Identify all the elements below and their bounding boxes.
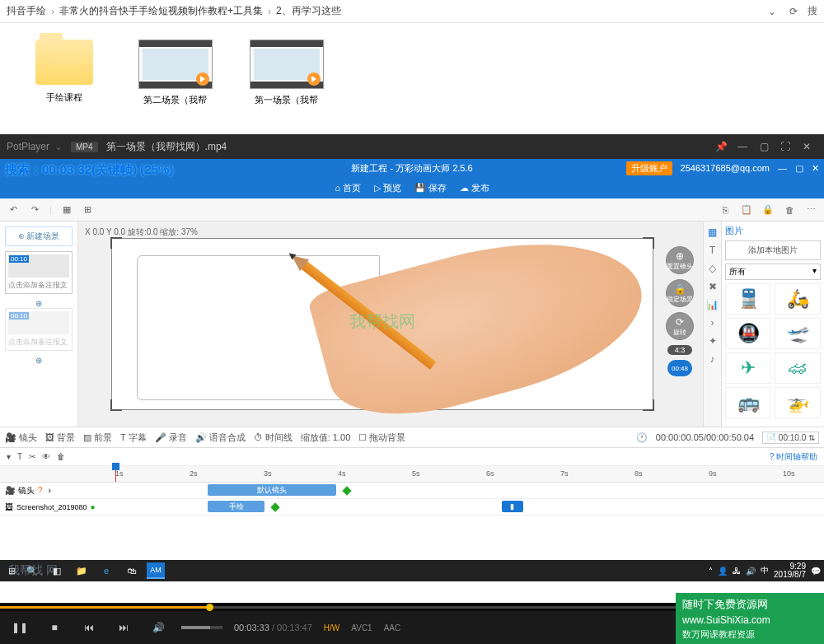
cut-icon[interactable]: ✂ bbox=[29, 452, 35, 461]
hw-decode-badge[interactable]: H/W bbox=[324, 623, 339, 632]
tray-volume-icon[interactable]: 🔊 bbox=[746, 567, 756, 576]
refresh-icon[interactable]: ⟳ bbox=[786, 4, 801, 19]
tab-timeline[interactable]: ⏱ 时间线 bbox=[254, 432, 293, 444]
arrow-icon[interactable]: › bbox=[711, 317, 714, 329]
store-icon[interactable]: 🛍 bbox=[122, 562, 140, 579]
chart-icon[interactable]: 📊 bbox=[706, 299, 719, 310]
reset-camera-button[interactable]: ⊕重置镜头 bbox=[666, 246, 694, 274]
timeline-help-link[interactable]: ? 时间轴帮助 bbox=[770, 451, 817, 463]
keyframe-icon[interactable] bbox=[270, 502, 279, 511]
tray-up-icon[interactable]: ˄ bbox=[709, 567, 713, 576]
settings-icon[interactable]: ✖ bbox=[709, 281, 717, 292]
tab-bg[interactable]: 🖼 背景 bbox=[45, 432, 75, 444]
crumb[interactable]: 抖音手绘 bbox=[7, 4, 46, 18]
close-icon[interactable]: ✕ bbox=[796, 139, 817, 154]
filter-icon[interactable]: ▾ bbox=[7, 452, 11, 461]
potplayer-titlebar[interactable]: PotPlayer ⌄ MP4 第一场景（我帮找网）.mp4 📌 — ▢ ⛶ ✕ bbox=[0, 134, 824, 159]
delete-icon[interactable]: 🗑 bbox=[57, 452, 65, 461]
search-hint[interactable]: 搜 bbox=[808, 4, 817, 18]
minimize-icon[interactable]: — bbox=[732, 139, 753, 154]
tray-notification-icon[interactable]: 💬 bbox=[811, 567, 821, 576]
account-label[interactable]: 2546317685@qq.com bbox=[681, 163, 770, 173]
clipart-train[interactable]: 🚆 bbox=[725, 283, 771, 315]
text-tool-icon[interactable]: T bbox=[709, 245, 715, 256]
fullscreen-icon[interactable]: ⛶ bbox=[775, 139, 796, 154]
clipart-scooter[interactable]: 🛵 bbox=[775, 283, 821, 315]
text-icon[interactable]: T bbox=[17, 452, 22, 461]
scene-caption[interactable]: 点击添加备注报文 bbox=[8, 280, 69, 291]
duration-input[interactable]: 📄 00:10.0 ⇅ bbox=[762, 432, 819, 444]
timeline-ruler[interactable]: 1s 2s 3s 4s 5s 6s 7s 8s 9s 10s bbox=[0, 466, 824, 483]
scene-item[interactable]: 00:10 点击添加备注报文 bbox=[5, 308, 73, 351]
drag-bg-toggle[interactable]: ☐ 拖动背景 bbox=[358, 432, 405, 444]
timeline-clip[interactable]: 默认镜头 bbox=[208, 484, 337, 496]
new-scene-button[interactable]: ⊕ 新建场景 bbox=[5, 226, 73, 246]
video-item[interactable]: 第一场景（我帮 bbox=[247, 40, 325, 126]
aspect-ratio[interactable]: 4:3 bbox=[667, 345, 692, 355]
chevron-down-icon[interactable]: ⌄ bbox=[54, 141, 63, 152]
clipart-plane[interactable]: 🛫 bbox=[775, 318, 821, 349]
tray-people-icon[interactable]: 👤 bbox=[718, 567, 728, 576]
app-icon[interactable]: AM bbox=[147, 562, 165, 579]
dropdown-icon[interactable]: ⌄ bbox=[765, 4, 780, 19]
effect-icon[interactable]: ✦ bbox=[709, 335, 717, 347]
rotate-button[interactable]: ⟳旋转 bbox=[666, 312, 694, 340]
maximize-icon[interactable]: ▢ bbox=[753, 139, 775, 154]
menu-save[interactable]: 💾 保存 bbox=[414, 182, 447, 194]
track-row[interactable]: 🖼Screenshot_2019080● 手绘 ▮ bbox=[0, 499, 824, 516]
add-icon[interactable]: ⊕ bbox=[5, 356, 73, 365]
menu-preview[interactable]: ▷ 预览 bbox=[374, 182, 401, 194]
shape-tool-icon[interactable]: ◇ bbox=[709, 263, 716, 274]
video-viewport[interactable]: 搜索：00:03:32(关键帧) (25%) 新建工程 - 万彩动画大师 2.5… bbox=[0, 159, 824, 603]
breadcrumb[interactable]: 抖音手绘 › 非常火的抖音快手手绘短视频制作教程+工具集 › 2、再学习这些 bbox=[7, 4, 765, 18]
clipart-jet[interactable]: ✈ bbox=[725, 352, 771, 384]
eye-icon[interactable]: 👁 bbox=[42, 452, 50, 461]
folder-item[interactable]: 手绘课程 bbox=[25, 40, 103, 126]
clipart-bus[interactable]: 🚌 bbox=[725, 387, 771, 418]
image-filter-select[interactable]: 所有▾ bbox=[725, 264, 821, 280]
scene-item[interactable]: 00:10 点击添加备注报文 bbox=[5, 251, 73, 294]
crumb[interactable]: 2、再学习这些 bbox=[276, 4, 341, 18]
redo-icon[interactable]: ↷ bbox=[28, 203, 41, 217]
undo-icon[interactable]: ↶ bbox=[7, 203, 20, 217]
explorer-icon[interactable]: 📁 bbox=[73, 562, 91, 579]
track-row[interactable]: 🎥镜头?› 默认镜头 bbox=[0, 483, 824, 499]
clipart-car[interactable]: 🏎 bbox=[775, 352, 821, 384]
video-item[interactable]: 第二场景（我帮 bbox=[136, 40, 214, 126]
prev-button[interactable]: ⏮ bbox=[77, 616, 101, 639]
paste-icon[interactable]: 📋 bbox=[740, 203, 753, 217]
minimize-icon[interactable]: — bbox=[778, 163, 787, 173]
keyframe-icon[interactable] bbox=[342, 486, 351, 495]
tray-clock[interactable]: 9:29 2019/8/7 bbox=[774, 562, 806, 579]
tab-camera[interactable]: 🎥 镜头 bbox=[5, 432, 37, 444]
add-local-image-button[interactable]: 添加本地图片 bbox=[725, 240, 821, 260]
lock-icon[interactable]: 🔒 bbox=[761, 203, 775, 217]
timeline-marker[interactable]: ▮ bbox=[502, 501, 523, 512]
delete-icon[interactable]: 🗑 bbox=[783, 203, 796, 217]
tab-record[interactable]: 🎤 录音 bbox=[155, 432, 187, 444]
pin-icon[interactable]: 📌 bbox=[710, 139, 732, 154]
volume-icon[interactable]: 🔊 bbox=[147, 616, 170, 639]
tray-network-icon[interactable]: 🖧 bbox=[733, 567, 741, 576]
pause-button[interactable]: ❚❚ bbox=[8, 616, 31, 639]
clipart-metro[interactable]: 🚇 bbox=[725, 318, 771, 349]
upgrade-badge[interactable]: 升级账户 bbox=[626, 161, 672, 175]
menu-home[interactable]: ⌂ 首页 bbox=[335, 182, 361, 194]
stop-button[interactable]: ■ bbox=[43, 616, 66, 639]
menu-publish[interactable]: ☁ 发布 bbox=[460, 182, 489, 194]
maximize-icon[interactable]: ▢ bbox=[795, 163, 803, 174]
audio-icon[interactable]: ♪ bbox=[710, 353, 715, 365]
add-icon[interactable]: ⊕ bbox=[5, 299, 73, 308]
scene-time-badge[interactable]: 00:48 bbox=[667, 360, 692, 376]
edge-icon[interactable]: e bbox=[97, 562, 115, 579]
align-icon[interactable]: ▦ bbox=[60, 203, 73, 217]
clipart-heli[interactable]: 🚁 bbox=[775, 387, 821, 418]
copy-icon[interactable]: ⎘ bbox=[719, 203, 732, 217]
seek-knob[interactable] bbox=[206, 604, 213, 611]
tab-subtitle[interactable]: T 字幕 bbox=[120, 432, 147, 444]
timeline-clip[interactable]: 手绘 bbox=[208, 501, 265, 512]
canvas-area[interactable]: X 0.0 Y 0.0 旋转:0.0 缩放: 37% 我帮找网 ⊕重置镜头 🔒锁… bbox=[78, 222, 703, 427]
more-icon[interactable]: ⋯ bbox=[804, 203, 817, 217]
crumb[interactable]: 非常火的抖音快手手绘短视频制作教程+工具集 bbox=[59, 4, 263, 18]
canvas-stage[interactable]: 我帮找网 bbox=[111, 238, 653, 410]
